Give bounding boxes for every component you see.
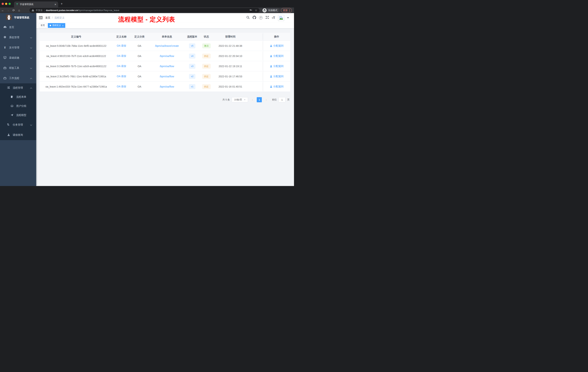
new-tab-button[interactable]: + xyxy=(61,2,63,5)
close-window-button[interactable] xyxy=(2,3,4,5)
status-badge: 挂起 xyxy=(202,64,210,69)
breadcrumb-separator: / xyxy=(52,16,53,20)
cell-category: OA xyxy=(130,51,149,61)
fullscreen-icon[interactable] xyxy=(265,16,269,20)
sidebar-item-dev-tools[interactable]: 研发工具 xyxy=(0,63,36,73)
definition-name-link[interactable]: OA 请假 xyxy=(117,65,126,68)
form-link[interactable]: /bpm/oa/flow xyxy=(160,85,174,88)
current-page-button[interactable]: 1 xyxy=(257,97,262,102)
select-caret-icon xyxy=(244,99,245,100)
chevron-down-icon xyxy=(30,46,32,49)
update-label[interactable]: 更新 xyxy=(283,9,288,12)
address-bar[interactable]: 不安全 dashboard.yudao.iocoder.cn/bpm/manag… xyxy=(30,8,260,12)
minimize-window-button[interactable] xyxy=(5,3,7,5)
tab-close-icon[interactable]: ✕ xyxy=(54,3,56,6)
bookmark-star-icon[interactable]: ☆ xyxy=(255,9,257,12)
sidebar-item-infrastructure[interactable]: 基础设施 xyxy=(0,53,36,63)
back-icon[interactable]: ← xyxy=(0,9,5,12)
assign-rule-link[interactable]: 分配规则 xyxy=(270,85,284,88)
font-size-icon[interactable]: TT xyxy=(272,16,275,20)
cell-definition-id: oa_leave:1:482ec033-762a-11ec-8477-a2380… xyxy=(40,82,113,92)
tree-icon xyxy=(7,123,10,127)
robot-icon xyxy=(10,105,14,108)
definition-name-link[interactable]: OA 请假 xyxy=(117,44,126,47)
browser-tab[interactable]: 芋道管理系统 ✕ xyxy=(14,1,58,8)
assign-rule-link[interactable]: 分配规则 xyxy=(270,65,284,68)
assign-rule-link[interactable]: 分配规则 xyxy=(270,44,284,47)
breadcrumb-home[interactable]: 首页 xyxy=(45,16,50,20)
chevron-up-icon xyxy=(30,77,32,80)
yen-icon: ¥ xyxy=(3,46,7,49)
search-icon[interactable] xyxy=(246,16,250,20)
github-icon[interactable] xyxy=(252,16,256,20)
help-icon[interactable]: ? xyxy=(259,16,262,20)
sidebar-logo[interactable]: 芋道管理系统 xyxy=(0,13,36,22)
sidebar-item-payment[interactable]: ¥ 支付管理 xyxy=(0,43,36,53)
browser-update-button[interactable]: 更新 xyxy=(281,8,292,13)
zoom-window-button[interactable] xyxy=(9,3,11,5)
col-header-form: 表单信息 xyxy=(149,33,185,41)
form-link[interactable]: /bpm/oa/flow xyxy=(160,75,174,78)
active-dot xyxy=(50,25,51,26)
navbar-icons: ? TT xyxy=(246,13,289,22)
sidebar-item-system[interactable]: 系统管理 xyxy=(0,33,36,43)
incognito-label: 无痕模式 xyxy=(268,9,277,12)
incognito-badge: 无痕模式 xyxy=(262,8,280,13)
sidebar-item-home[interactable]: 首页 xyxy=(0,22,36,33)
cell-deploy-time: 2022-01-22 19:19:11 xyxy=(213,61,247,71)
version-tag: v3 xyxy=(189,64,195,69)
definition-name-link[interactable]: OA 请假 xyxy=(117,55,126,58)
tab-title: 芋道管理系统 xyxy=(20,3,53,6)
dashboard-icon xyxy=(3,26,7,29)
col-header-action: 操作 xyxy=(263,33,290,41)
sidebar: 芋道管理系统 首页 系统管理 ¥ xyxy=(0,13,36,186)
user-menu-caret-icon[interactable] xyxy=(287,17,289,18)
sidebar-item-task-management[interactable]: 任务管理 xyxy=(0,120,36,130)
sidebar-item-user-group[interactable]: 用户分组 xyxy=(0,101,36,111)
col-header-time: 部署时间 xyxy=(213,33,247,41)
definition-name-link[interactable]: OA 请假 xyxy=(117,75,126,78)
goto-page-input[interactable]: 1 xyxy=(279,97,285,102)
sidebar-item-label: 基础设施 xyxy=(0,56,19,59)
page-size-select[interactable]: 10条/页 xyxy=(232,97,248,102)
version-tag: v2 xyxy=(189,74,195,79)
browser-toolbar: ← → ⟳ ⌂ 不安全 dashboard.yudao.iocoder.cn/b… xyxy=(0,8,294,13)
prev-page-button[interactable]: ‹ xyxy=(250,97,255,102)
assign-rule-link[interactable]: 分配规则 xyxy=(270,55,284,58)
next-page-button[interactable]: › xyxy=(264,97,269,102)
sidebar-item-process-management[interactable]: 流程管理 xyxy=(0,83,36,92)
avatar-broken-image[interactable] xyxy=(278,15,284,21)
col-header-id: 定义编号 xyxy=(40,33,113,41)
form-link[interactable]: /bpm/oa/flow xyxy=(160,55,174,57)
col-header-status: 状态 xyxy=(199,33,213,41)
security-label[interactable]: 不安全 xyxy=(36,9,43,12)
password-key-icon[interactable] xyxy=(250,9,252,12)
list-icon xyxy=(7,87,10,89)
status-badge: 挂起 xyxy=(202,84,210,89)
chrome-menu-icon[interactable] xyxy=(289,9,290,12)
sidebar-item-process-model[interactable]: 流程模型 xyxy=(0,111,36,120)
sidebar-item-leave-query[interactable]: 请假查询 xyxy=(0,130,36,140)
form-link[interactable]: /bpm/oa/leave/create xyxy=(155,44,179,47)
sidebar-item-process-form[interactable]: 流程表单 xyxy=(0,92,36,101)
definition-name-link[interactable]: OA 请假 xyxy=(117,85,126,88)
sidebar-item-label: 支付管理 xyxy=(0,46,19,49)
forward-icon[interactable]: → xyxy=(5,9,11,12)
version-tag: v4 xyxy=(189,54,195,58)
url-text[interactable]: dashboard.yudao.iocoder.cn/bpm/manager/d… xyxy=(46,9,248,12)
reload-icon[interactable]: ⟳ xyxy=(11,9,16,12)
cell-category: OA xyxy=(130,61,149,71)
tag-home[interactable]: 首页 xyxy=(39,23,47,28)
warning-icon xyxy=(32,9,34,12)
assign-rule-link[interactable]: 分配规则 xyxy=(270,75,284,78)
cell-deploy-time: 2022-01-22 21:48:38 xyxy=(213,41,247,51)
sidebar-item-workflow[interactable]: 工作流程 xyxy=(0,73,36,83)
sidebar-item-label: 工作流程 xyxy=(0,77,19,80)
goto-label: 前往 xyxy=(272,98,277,101)
paper-plane-icon xyxy=(10,114,14,117)
form-link[interactable]: /bpm/oa/flow xyxy=(160,65,174,68)
close-tag-icon[interactable]: x xyxy=(62,24,63,27)
tag-process-definition[interactable]: 流程定义 x xyxy=(48,23,65,28)
collapse-sidebar-icon[interactable] xyxy=(39,16,42,20)
home-icon[interactable]: ⌂ xyxy=(16,9,22,12)
